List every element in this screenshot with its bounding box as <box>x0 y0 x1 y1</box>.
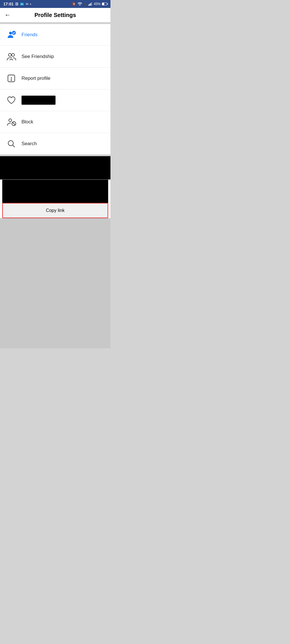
report-icon <box>6 73 17 84</box>
svg-line-13 <box>12 122 15 125</box>
share-section: Copy link <box>0 156 110 218</box>
header: ← Profile Settings <box>0 8 110 22</box>
image-icon: 🖼 <box>15 2 18 6</box>
svg-point-11 <box>9 119 12 122</box>
page-title: Profile Settings <box>35 12 76 18</box>
redacted-block-1 <box>0 156 110 179</box>
linkedin-icon: in <box>20 2 24 6</box>
svg-point-4 <box>9 32 12 35</box>
svg-rect-1 <box>89 4 90 6</box>
status-left: 17:01 🖼 in ✉ ● <box>3 2 31 6</box>
svg-point-14 <box>8 141 13 146</box>
signal-icon <box>88 2 92 6</box>
menu-list: Friends See Friendship Report prof <box>0 24 110 154</box>
svg-rect-3 <box>91 2 92 6</box>
block-label: Block <box>22 119 33 125</box>
svg-point-6 <box>8 53 11 56</box>
svg-point-7 <box>12 53 14 56</box>
svg-line-15 <box>13 145 15 147</box>
svg-rect-0 <box>88 5 89 6</box>
menu-item-like[interactable] <box>0 89 110 111</box>
svg-point-10 <box>11 80 12 80</box>
battery-icon <box>102 3 107 5</box>
battery-percentage: 45% <box>94 2 101 6</box>
redacted-block-2 <box>2 180 108 203</box>
report-profile-label: Report profile <box>22 76 50 81</box>
heart-icon <box>6 95 17 106</box>
menu-item-see-friendship[interactable]: See Friendship <box>0 46 110 68</box>
svg-point-5 <box>12 31 16 35</box>
dot-icon: ● <box>30 3 31 5</box>
see-friendship-label: See Friendship <box>22 54 54 59</box>
copy-link-button[interactable]: Copy link <box>2 203 108 218</box>
gray-footer <box>0 218 110 348</box>
search-icon <box>6 138 17 149</box>
status-bar: 17:01 🖼 in ✉ ● 🔇 📞 45% <box>0 0 110 8</box>
wifi-icon <box>78 2 82 6</box>
friends-label: Friends <box>22 32 38 38</box>
menu-item-search[interactable]: Search <box>0 133 110 154</box>
see-friendship-icon <box>6 51 17 62</box>
status-time: 17:01 <box>3 2 14 6</box>
menu-item-friends[interactable]: Friends <box>0 24 110 46</box>
menu-item-report-profile[interactable]: Report profile <box>0 68 110 89</box>
call-icon: 📞 <box>84 3 87 6</box>
block-icon <box>6 116 17 128</box>
redacted-like-label <box>22 96 56 105</box>
svg-rect-2 <box>90 3 91 6</box>
friends-icon <box>6 29 17 40</box>
email-icon: ✉ <box>26 2 28 6</box>
mute-icon: 🔇 <box>72 2 76 6</box>
redacted-block-2-wrapper <box>0 180 110 203</box>
menu-item-block[interactable]: Block <box>0 111 110 133</box>
status-right: 🔇 📞 45% <box>72 2 107 6</box>
back-button[interactable]: ← <box>5 12 11 18</box>
search-label: Search <box>22 141 37 147</box>
